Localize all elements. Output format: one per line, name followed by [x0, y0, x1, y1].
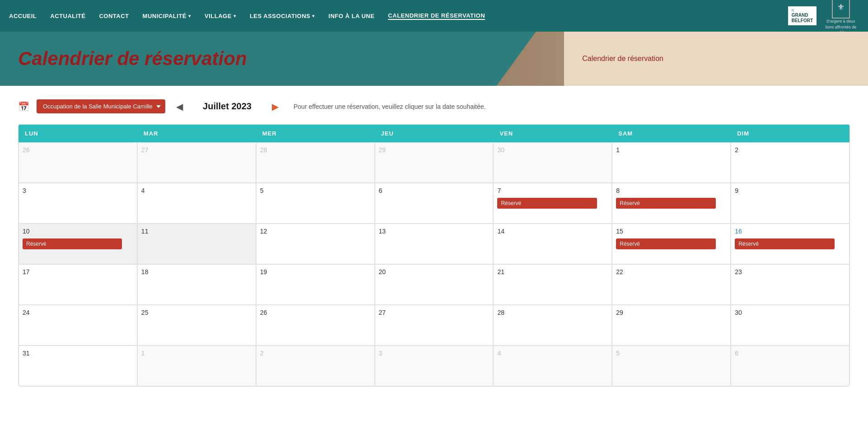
calendar-cell[interactable]: 9	[731, 183, 849, 224]
calendar-date: 30	[497, 146, 608, 154]
calendar-cell[interactable]: 1	[612, 142, 731, 183]
calendar-cell[interactable]: 4	[137, 183, 256, 224]
logo-area: B GRANDBELFORT ⚜ D'argent à deux lions a…	[787, 0, 859, 36]
prev-month-button[interactable]: ◀	[173, 100, 186, 113]
calendar-cell[interactable]: 7Réservé	[493, 183, 612, 224]
breadcrumb-link[interactable]: Calendrier de réservation	[582, 55, 663, 63]
calendar-date: 6	[379, 187, 490, 194]
calendar-cell[interactable]: 20	[375, 264, 494, 305]
nav-link-les-associations[interactable]: LES ASSOCIATIONS	[250, 13, 310, 19]
reserved-badge: Réservé	[497, 198, 597, 209]
month-year-label: Juillet 2023	[193, 101, 261, 112]
calendar-section: 📅 Occupation de la Salle Municipale Cami…	[0, 86, 868, 400]
chevron-down-icon: ▾	[233, 13, 236, 19]
chevron-down-icon: ▾	[188, 13, 191, 19]
calendar-day-header-jeu: JEU	[375, 125, 494, 142]
calendar-date: 27	[379, 309, 490, 316]
calendar-cell[interactable]: 21	[493, 264, 612, 305]
calendar-date: 5	[616, 350, 727, 357]
calendar-grid: LUNMARMERJEUVENSAMDIM 26272829301234567R…	[18, 124, 850, 387]
nav-link-accueil[interactable]: ACCUEIL	[9, 13, 37, 19]
calendar-date: 20	[379, 268, 490, 276]
calendar-cell[interactable]: 2	[731, 142, 849, 183]
calendar-date: 31	[23, 350, 133, 357]
nav-link-village[interactable]: VILLAGE	[205, 13, 232, 19]
calendar-date: 1	[141, 350, 252, 357]
calendar-date: 9	[735, 187, 845, 194]
nav-link-info-à-la-une[interactable]: INFO À LA UNE	[328, 13, 374, 19]
hero-left: Calendrier de réservation	[0, 32, 564, 86]
calendar-cell[interactable]: 1	[137, 346, 256, 386]
calendar-cell[interactable]: 17	[19, 264, 137, 305]
calendar-cell[interactable]: 4	[493, 346, 612, 386]
calendar-date: 3	[23, 187, 133, 194]
calendar-day-header-dim: DIM	[731, 125, 849, 142]
calendar-cell[interactable]: 3	[375, 346, 494, 386]
calendar-cell[interactable]: 5	[612, 346, 731, 386]
calendar-cell[interactable]: 24	[19, 305, 137, 346]
reserved-badge: Réservé	[616, 238, 715, 249]
calendar-cell[interactable]: 3	[19, 183, 137, 224]
calendar-cell[interactable]: 25	[137, 305, 256, 346]
next-month-button[interactable]: ▶	[268, 100, 282, 113]
calendar-cell[interactable]: 13	[375, 224, 494, 264]
calendar-cell[interactable]: 8Réservé	[612, 183, 731, 224]
calendar-cell[interactable]: 26	[19, 142, 137, 183]
reserved-badge: Réservé	[616, 198, 715, 209]
calendar-cell[interactable]: 10Réservé	[19, 224, 137, 264]
calendar-date: 6	[735, 350, 845, 357]
calendar-date: 30	[735, 309, 845, 316]
calendar-cell[interactable]: 23	[731, 264, 849, 305]
calendar-cell[interactable]: 30	[731, 305, 849, 346]
calendar-cell[interactable]: 19	[256, 264, 375, 305]
nav-link-actualité[interactable]: ACTUALITÉ	[50, 13, 85, 19]
calendar-cell[interactable]: 14	[493, 224, 612, 264]
calendar-cell[interactable]: 29	[375, 142, 494, 183]
calendar-cell[interactable]: 27	[137, 142, 256, 183]
calendar-date: 15	[616, 228, 727, 235]
calendar-date: 1	[616, 146, 727, 154]
calendar-date: 22	[616, 268, 727, 276]
calendar-cell[interactable]: 31	[19, 346, 137, 386]
calendar-date: 12	[260, 228, 371, 235]
calendar-date: 17	[23, 268, 133, 276]
calendar-date: 2	[735, 146, 845, 154]
calendar-cell[interactable]: 2	[256, 346, 375, 386]
reservation-hint: Pour effectuer une réservation, veuillez…	[294, 103, 485, 110]
calendar-date: 2	[260, 350, 371, 357]
calendar-cell[interactable]: 12	[256, 224, 375, 264]
nav-link-calendrier-de-réservation[interactable]: CALENDRIER DE RÉSERVATION	[388, 12, 485, 20]
nav-link-municipalité[interactable]: MUNICIPALITÉ	[143, 13, 187, 19]
calendar-cell[interactable]: 18	[137, 264, 256, 305]
calendar-date: 5	[260, 187, 371, 194]
calendar-cell[interactable]: 28	[256, 142, 375, 183]
nav-dropdown-village[interactable]: VILLAGE▾	[205, 13, 236, 19]
room-select[interactable]: Occupation de la Salle Municipale Camill…	[37, 99, 165, 113]
calendar-date: 28	[260, 146, 371, 154]
calendar-cell[interactable]: 6	[375, 183, 494, 224]
calendar-date: 3	[379, 350, 490, 357]
page-title: Calendrier de réservation	[18, 48, 247, 70]
nav-link-contact[interactable]: CONTACT	[99, 13, 129, 19]
calendar-date: 29	[379, 146, 490, 154]
nav-dropdown-municipalité[interactable]: MUNICIPALITÉ▾	[143, 13, 191, 19]
calendar-cell[interactable]: 28	[493, 305, 612, 346]
calendar-cell[interactable]: 30	[493, 142, 612, 183]
calendar-cell[interactable]: 11	[137, 224, 256, 264]
calendar-date: 4	[497, 350, 608, 357]
calendar-cell[interactable]: 26	[256, 305, 375, 346]
calendar-date: 27	[141, 146, 252, 154]
reserved-badge: Réservé	[735, 238, 834, 249]
calendar-cell[interactable]: 16Réservé	[731, 224, 849, 264]
nav-dropdown-les-associations[interactable]: LES ASSOCIATIONS▾	[250, 13, 315, 19]
calendar-cell[interactable]: 5	[256, 183, 375, 224]
calendar-cell[interactable]: 22	[612, 264, 731, 305]
hero-right: Calendrier de réservation	[564, 32, 868, 86]
calendar-cell[interactable]: 27	[375, 305, 494, 346]
calendar-cell[interactable]: 15Réservé	[612, 224, 731, 264]
calendar-cell[interactable]: 29	[612, 305, 731, 346]
calendar-day-header-lun: LUN	[19, 125, 137, 142]
calendar-cell[interactable]: 6	[731, 346, 849, 386]
calendar-date: 26	[260, 309, 371, 316]
calendar-date: 29	[616, 309, 727, 316]
